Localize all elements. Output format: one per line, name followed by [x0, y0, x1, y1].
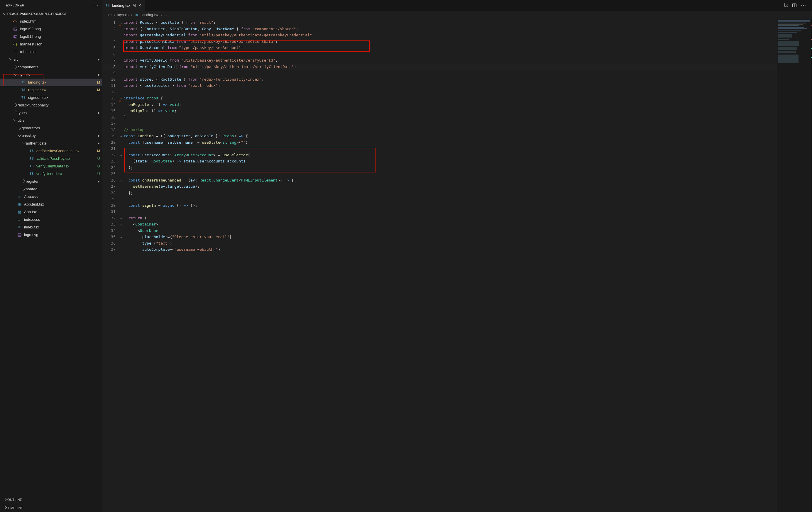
- timeline-panel[interactable]: TIMELINE: [0, 504, 102, 512]
- code-line-30[interactable]: 30 const signIn = async () => {};: [102, 202, 777, 209]
- code-line-1[interactable]: 1⌄import React, { useState } from "react…: [102, 19, 777, 26]
- outline-panel[interactable]: OUTLINE: [0, 495, 102, 504]
- breadcrumb[interactable]: src › layouts › TS landing.tsx › ...: [102, 11, 812, 19]
- code-editor[interactable]: 1⌄import React, { useState } from "react…: [102, 19, 777, 512]
- chevron-right-icon: [18, 124, 21, 132]
- folder-register[interactable]: register●: [0, 178, 102, 185]
- file-index.css[interactable]: #index.css: [0, 216, 102, 223]
- folder-layouts[interactable]: layouts●: [0, 71, 102, 79]
- file-signedIn.tsx[interactable]: TSsignedIn.tsx: [0, 94, 102, 101]
- file-getPasskeyCredential.tsx[interactable]: TSgetPasskeyCredential.tsxM: [0, 147, 102, 155]
- code-line-5[interactable]: 5import UserAccount from "types/passkey/…: [102, 44, 777, 51]
- folder-authenticate[interactable]: authenticate●: [0, 140, 102, 147]
- file-validatePassKey.tsx[interactable]: TSvalidatePassKey.tsxU: [0, 155, 102, 162]
- file-verifyClientData.tsx[interactable]: TSverifyClientData.tsxU: [0, 162, 102, 170]
- folder-components[interactable]: components: [0, 63, 102, 71]
- file-register.tsx[interactable]: TSregister.tsxM: [0, 86, 102, 94]
- file-manifest.json[interactable]: { }manifest.json: [0, 40, 102, 48]
- minimap[interactable]: [777, 19, 812, 512]
- code-line-26[interactable]: 26⌄ const onUserNameChanged = (ev: React…: [102, 177, 777, 184]
- folder-src[interactable]: src●: [0, 56, 102, 63]
- file-App.tsx[interactable]: App.tsx: [0, 208, 102, 216]
- folder-redux-functionality[interactable]: redux-functionality: [0, 101, 102, 109]
- fold-icon[interactable]: ⌄: [118, 152, 124, 158]
- file-index.html[interactable]: <>index.html: [0, 18, 102, 25]
- code-line-3[interactable]: 3import getPasskeyCredential from "utils…: [102, 32, 777, 38]
- folder-types[interactable]: types●: [0, 109, 102, 117]
- code-line-34[interactable]: 34 <UserName: [102, 228, 777, 234]
- fold-icon[interactable]: ⌄: [118, 177, 124, 184]
- line-number: 21: [102, 146, 118, 152]
- code-line-29[interactable]: 29: [102, 196, 777, 202]
- file-App.test.tsx[interactable]: App.test.tsx: [0, 201, 102, 208]
- outline-label: OUTLINE: [7, 498, 22, 502]
- code-line-27[interactable]: 27 setUsername(ev.target.value);: [102, 183, 777, 190]
- code-line-31[interactable]: 31: [102, 209, 777, 215]
- crumb-ellipsis[interactable]: ...: [164, 13, 167, 17]
- file-index.tsx[interactable]: TSindex.tsx: [0, 223, 102, 231]
- code-line-13[interactable]: 13⌄interface Props {: [102, 95, 777, 101]
- fold-icon[interactable]: ⌄: [118, 133, 124, 139]
- file-logo192.png[interactable]: logo192.png: [0, 25, 102, 33]
- code-line-6[interactable]: 6: [102, 51, 777, 58]
- file-logo.svg[interactable]: logo.svg: [0, 231, 102, 239]
- fold-icon[interactable]: ⌄: [118, 215, 124, 221]
- code-line-17[interactable]: 17: [102, 120, 777, 127]
- code-line-15[interactable]: 15 onSignIn: () => void;: [102, 108, 777, 114]
- code-line-21[interactable]: 21: [102, 146, 777, 152]
- line-number: 35: [102, 234, 118, 240]
- explorer-more-icon[interactable]: ···: [92, 3, 99, 8]
- chevron-down-icon: [9, 56, 13, 63]
- code-line-36[interactable]: 36 type={"text"}: [102, 240, 777, 247]
- line-number: 32: [102, 215, 118, 221]
- ts-icon: TS: [106, 4, 110, 7]
- file-verifyUserId.tsx[interactable]: TSverifyUserId.tsxU: [0, 170, 102, 178]
- code-line-19[interactable]: 19⌄const Landing = ({ onRegister, onSign…: [102, 133, 777, 139]
- file-robots.txt[interactable]: robots.txt: [0, 48, 102, 56]
- code-line-32[interactable]: 32⌄ return (: [102, 215, 777, 221]
- code-line-28[interactable]: 28 };: [102, 190, 777, 196]
- code-line-25[interactable]: 25: [102, 171, 777, 177]
- code-line-33[interactable]: 33⌄ <Container>: [102, 221, 777, 228]
- crumb-src[interactable]: src: [107, 13, 112, 17]
- code-line-37[interactable]: 37 autoComplete={"username webauthn"}: [102, 246, 777, 253]
- fold-icon[interactable]: ⌄: [118, 221, 124, 228]
- folder-label: components: [18, 63, 95, 71]
- crumb-file[interactable]: landing.tsx: [142, 13, 158, 17]
- code-line-22[interactable]: 22⌄ const userAccounts: Array<UserAccoun…: [102, 152, 777, 158]
- project-root[interactable]: REACT-PASSKEY-SAMPLE-PROJECT: [0, 10, 102, 18]
- file-logo512.png[interactable]: logo512.png: [0, 33, 102, 40]
- code-line-10[interactable]: 10import store, { RootState } from "redu…: [102, 76, 777, 83]
- code-line-14[interactable]: 14 onRegister: () => void;: [102, 101, 777, 108]
- close-icon[interactable]: ✕: [138, 3, 141, 8]
- chevron-right-icon: [13, 101, 17, 109]
- fold-icon[interactable]: ⌄: [118, 234, 124, 240]
- code-line-8[interactable]: 8import verifyClientData from "utils/pas…: [102, 64, 777, 70]
- code-line-4[interactable]: 4import parseClientData from "utils/pass…: [102, 38, 777, 45]
- txt-icon: [13, 50, 18, 54]
- code-line-20[interactable]: 20 const [username, setUsername] = useSt…: [102, 139, 777, 146]
- code-line-24[interactable]: 24 );: [102, 164, 777, 171]
- code-line-35[interactable]: 35⌄ placeholder={"Please enter your emai…: [102, 234, 777, 240]
- code-line-9[interactable]: 9: [102, 70, 777, 76]
- folder-passkey[interactable]: passkey●: [0, 132, 102, 140]
- crumb-layouts[interactable]: layouts: [117, 13, 128, 17]
- file-App.css[interactable]: #App.css: [0, 193, 102, 201]
- file-landing.tsx[interactable]: TSlanding.tsxM: [0, 79, 102, 86]
- code-line-18[interactable]: 18// markup: [102, 127, 777, 133]
- code-line-11[interactable]: 11import { useSelector } from "react-red…: [102, 82, 777, 89]
- code-line-2[interactable]: 2import { Container, SignInButton, Copy,…: [102, 26, 777, 32]
- line-number: 27: [102, 183, 118, 190]
- code-line-7[interactable]: 7import verifyUserId from "utils/passkey…: [102, 57, 777, 64]
- split-editor-icon[interactable]: [792, 3, 797, 8]
- explorer-sidebar: EXPLORER ··· REACT-PASSKEY-SAMPLE-PROJEC…: [0, 0, 102, 512]
- compare-changes-icon[interactable]: [783, 3, 788, 8]
- code-line-12[interactable]: 12: [102, 89, 777, 95]
- more-actions-icon[interactable]: ···: [801, 3, 807, 8]
- folder-generators[interactable]: generators: [0, 124, 102, 132]
- code-line-23[interactable]: 23 (state: RootState) => state.userAccou…: [102, 158, 777, 164]
- tab-landing[interactable]: TS landing.tsx M ✕: [102, 0, 145, 11]
- folder-shared[interactable]: shared: [0, 185, 102, 193]
- code-line-16[interactable]: 16}: [102, 114, 777, 121]
- folder-utils[interactable]: utils: [0, 117, 102, 124]
